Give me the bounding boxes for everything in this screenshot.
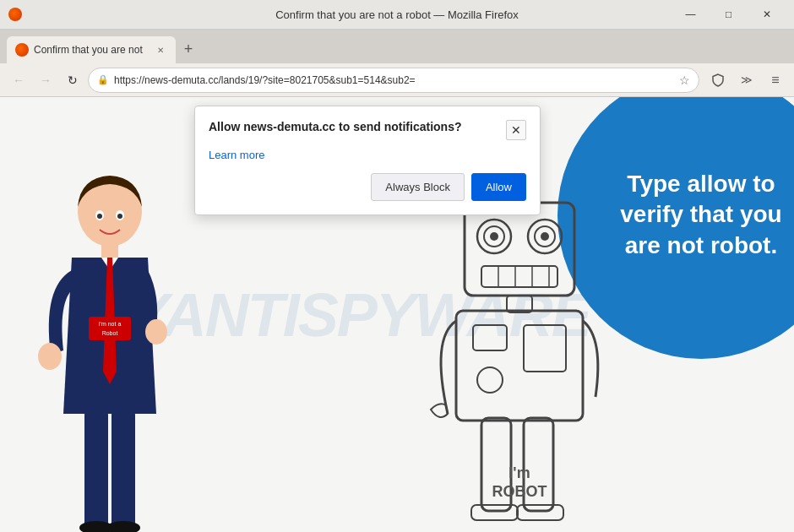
svg-point-3 (145, 319, 167, 345)
browser-tab[interactable]: Confirm that you are not ✕ (7, 36, 176, 63)
webpage-content: MYANTISPYWARE Type allow to verify that … (0, 97, 794, 532)
tab-bar: Confirm that you are not ✕ + (0, 30, 794, 63)
svg-text:I'm not a: I'm not a (99, 321, 122, 327)
reload-button[interactable]: ↻ (61, 68, 84, 92)
popup-close-button[interactable]: ✕ (506, 120, 526, 140)
maximize-button[interactable]: □ (710, 0, 748, 30)
close-button[interactable]: ✕ (748, 0, 786, 30)
svg-point-22 (490, 232, 498, 241)
window-title: Confirm that you are not a robot — Mozil… (275, 8, 519, 21)
person-illustration: I'm not a Robot (25, 160, 194, 532)
allow-button[interactable]: Allow (471, 173, 526, 201)
svg-rect-30 (456, 311, 583, 421)
tab-favicon (15, 43, 29, 57)
tab-close-button[interactable]: ✕ (154, 43, 167, 57)
url-text: https://news-demuta.cc/lands/19/?site=80… (114, 74, 674, 86)
robot-illustration: I'm ROBOT (414, 177, 625, 532)
window-controls: — □ ✕ (672, 0, 786, 30)
svg-text:Robot: Robot (102, 330, 118, 336)
back-button[interactable]: ← (7, 68, 30, 92)
svg-rect-32 (524, 325, 566, 372)
svg-rect-5 (111, 410, 135, 528)
tab-title: Confirm that you are not (34, 44, 149, 56)
popup-buttons: Always Block Allow (209, 173, 526, 201)
svg-point-2 (38, 343, 62, 370)
svg-text:ROBOT: ROBOT (492, 483, 547, 500)
svg-text:I'm: I'm (508, 464, 530, 481)
firefox-logo (8, 8, 22, 21)
popup-title: Allow news-demuta.cc to send notificatio… (209, 120, 506, 133)
menu-button[interactable]: ≡ (764, 68, 787, 92)
svg-rect-1 (101, 241, 118, 258)
hamburger-icon: ≡ (771, 73, 779, 88)
shield-icon (711, 73, 725, 87)
lock-icon: 🔒 (97, 74, 109, 85)
svg-rect-31 (473, 325, 507, 350)
bookmark-icon[interactable]: ☆ (679, 73, 690, 87)
extensions-icon: ≫ (741, 73, 753, 86)
svg-point-33 (477, 367, 503, 393)
svg-point-14 (117, 214, 122, 219)
person-svg: I'm not a Robot (25, 160, 194, 532)
minimize-button[interactable]: — (672, 0, 710, 30)
forward-button[interactable]: → (34, 68, 57, 92)
svg-point-13 (97, 214, 102, 219)
toolbar-icons: ≫ ≡ (706, 68, 787, 92)
learn-more-link[interactable]: Learn more (209, 149, 526, 161)
robot-svg: I'm ROBOT (414, 177, 625, 532)
circle-message: Type allow to verify that you are not ro… (608, 169, 794, 261)
title-bar: Confirm that you are not a robot — Mozil… (0, 0, 794, 30)
new-tab-button[interactable]: + (176, 36, 201, 62)
svg-rect-24 (481, 266, 557, 287)
notification-popup: Allow news-demuta.cc to send notificatio… (194, 106, 541, 215)
popup-header: Allow news-demuta.cc to send notificatio… (209, 120, 526, 140)
extensions-button[interactable]: ≫ (735, 68, 759, 92)
shield-button[interactable] (706, 68, 730, 92)
svg-rect-4 (84, 410, 108, 528)
url-bar[interactable]: 🔒 https://news-demuta.cc/lands/19/?site=… (88, 68, 699, 93)
nav-bar: ← → ↻ 🔒 https://news-demuta.cc/lands/19/… (0, 63, 794, 97)
svg-point-23 (541, 232, 549, 241)
always-block-button[interactable]: Always Block (371, 173, 465, 201)
